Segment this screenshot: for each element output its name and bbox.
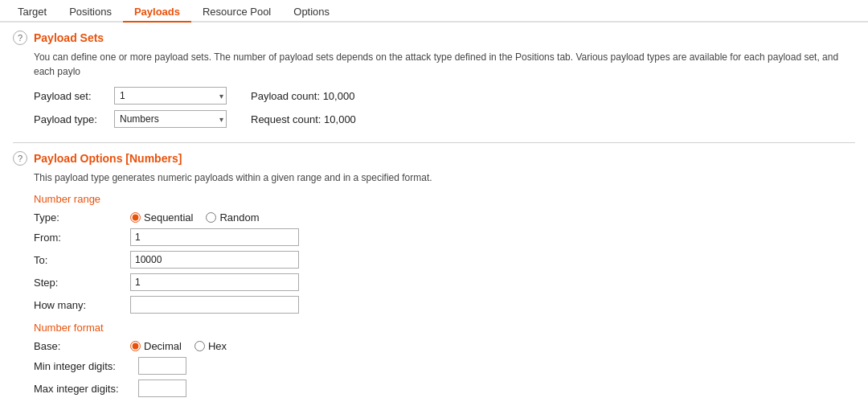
request-count-label: Request count:	[251, 113, 321, 125]
max-integer-row: Max integer digits:	[34, 379, 855, 397]
how-many-row: How many:	[34, 296, 855, 314]
payload-options-description: This payload type generates numeric payl…	[34, 170, 855, 185]
step-label: Step:	[34, 277, 130, 289]
sequential-radio-option[interactable]: Sequential	[130, 211, 193, 224]
payload-options-section: ? Payload Options [Numbers] This payload…	[13, 151, 855, 402]
max-integer-input[interactable]	[138, 379, 186, 397]
request-count-value: 10,000	[324, 113, 356, 125]
payload-set-select-wrapper: 1 2 3 ▾	[114, 87, 227, 105]
decimal-radio-option[interactable]: Decimal	[130, 340, 182, 352]
payload-sets-description: You can define one or more payload sets.…	[34, 50, 855, 79]
number-format-label: Number format	[34, 322, 855, 334]
how-many-label: How many:	[34, 299, 130, 311]
payload-options-header: ? Payload Options [Numbers]	[13, 151, 855, 166]
step-input[interactable]	[130, 273, 299, 291]
number-range-label: Number range	[34, 193, 855, 205]
tab-positions[interactable]: Positions	[58, 2, 123, 23]
hex-radio[interactable]	[194, 341, 205, 351]
to-input[interactable]	[130, 251, 299, 269]
tab-payloads[interactable]: Payloads	[123, 2, 191, 23]
tab-options[interactable]: Options	[282, 2, 341, 23]
payload-sets-section: ? Payload Sets You can define one or mor…	[13, 31, 855, 128]
payload-options-help-icon[interactable]: ?	[13, 151, 27, 166]
random-radio[interactable]	[206, 212, 216, 223]
random-label: Random	[219, 211, 259, 224]
how-many-input[interactable]	[130, 296, 299, 314]
base-radio-group: Decimal Hex	[130, 340, 227, 352]
max-integer-label: Max integer digits:	[34, 383, 138, 395]
section-divider-1	[13, 142, 855, 143]
base-row: Base: Decimal Hex	[34, 340, 855, 352]
step-row: Step:	[34, 273, 855, 291]
to-row: To:	[34, 251, 855, 269]
from-input[interactable]	[130, 228, 299, 246]
to-label: To:	[34, 254, 130, 266]
payload-sets-help-icon[interactable]: ?	[13, 31, 27, 45]
sequential-radio[interactable]	[130, 212, 141, 223]
payload-count-value: 10,000	[323, 90, 355, 102]
min-integer-input[interactable]	[138, 357, 186, 375]
random-radio-option[interactable]: Random	[206, 211, 259, 224]
sequential-label: Sequential	[144, 211, 193, 224]
payload-options-title: Payload Options [Numbers]	[34, 152, 182, 165]
tab-bar: TargetPositionsPayloadsResource PoolOpti…	[0, 0, 868, 23]
payload-type-select[interactable]: Numbers Simple list Runtime file Custom …	[114, 110, 227, 128]
from-label: From:	[34, 232, 130, 244]
hex-radio-option[interactable]: Hex	[194, 340, 227, 352]
base-label: Base:	[34, 340, 130, 352]
type-row: Type: Sequential Random	[34, 211, 855, 224]
main-content: ? Payload Sets You can define one or mor…	[0, 23, 868, 402]
type-field-label: Type:	[34, 211, 130, 224]
type-radio-group: Sequential Random	[130, 211, 260, 224]
decimal-radio[interactable]	[130, 341, 141, 351]
decimal-label: Decimal	[144, 340, 182, 352]
hex-label: Hex	[208, 340, 227, 352]
tab-resource-pool[interactable]: Resource Pool	[191, 2, 282, 23]
payload-set-label: Payload set:	[34, 90, 114, 102]
payload-sets-title: Payload Sets	[34, 31, 104, 44]
payload-type-label: Payload type:	[34, 113, 114, 125]
tab-target[interactable]: Target	[6, 2, 58, 23]
payload-type-select-wrapper: Numbers Simple list Runtime file Custom …	[114, 110, 227, 128]
min-integer-label: Min integer digits:	[34, 360, 138, 372]
payload-count-label: Payload count:	[251, 90, 320, 102]
payload-sets-header: ? Payload Sets	[13, 31, 855, 45]
payload-set-select[interactable]: 1 2 3	[114, 87, 227, 105]
payload-count-info: Payload count: 10,000	[251, 90, 354, 102]
min-integer-row: Min integer digits:	[34, 357, 855, 375]
request-count-info: Request count: 10,000	[251, 113, 356, 125]
from-row: From:	[34, 228, 855, 246]
